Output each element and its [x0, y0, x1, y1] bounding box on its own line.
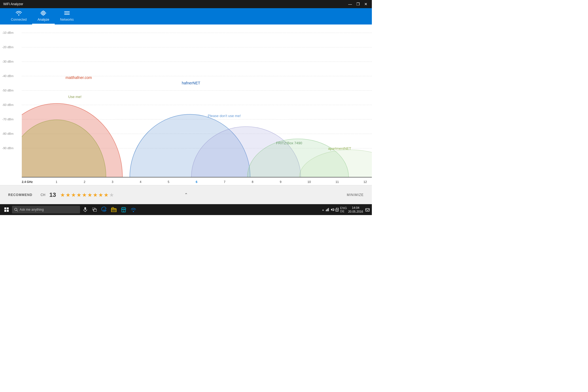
x-ch2: 2	[84, 180, 85, 183]
svg-rect-27	[84, 207, 86, 210]
window-controls: — ❐ ✕	[347, 2, 369, 6]
taskbar: Ask me anything	[0, 204, 372, 215]
star-8: ★	[98, 192, 103, 198]
store-app[interactable]	[119, 205, 128, 214]
recommend-bar: ⌃ RECOMMEND CH 13 ★ ★ ★ ★ ★ ★ ★ ★ ★ ★ MI…	[0, 185, 372, 204]
svg-rect-30	[94, 209, 97, 212]
x-axis: 2.4 GHz 1 2 3 4 5 6 7 8 9 10 11 12 13	[22, 177, 372, 185]
notification-icon[interactable]	[365, 208, 370, 212]
x-ch11: 11	[335, 180, 339, 183]
star-6: ★	[87, 192, 92, 198]
svg-text:matthafner.com: matthafner.com	[66, 75, 92, 80]
network-tray-icon	[326, 208, 329, 212]
chevron-up-icon[interactable]: ⌃	[184, 192, 188, 197]
clock-time: 14:04	[352, 206, 360, 210]
nav-networks[interactable]: Networks	[55, 8, 79, 24]
minimize-button[interactable]: —	[347, 2, 353, 6]
star-4: ★	[76, 192, 81, 198]
star-1: ★	[60, 192, 65, 198]
wifi-icon	[16, 11, 22, 17]
svg-rect-38	[327, 209, 328, 211]
y-label-70: -70 dBm	[2, 118, 14, 121]
svg-rect-39	[328, 208, 329, 211]
svg-text:Use me!: Use me!	[68, 95, 82, 99]
star-10: ★	[109, 192, 114, 198]
chart-area: -10 dBm -20 dBm -30 dBm -40 dBm -50 dBm …	[0, 24, 372, 185]
ch-label: CH	[41, 193, 45, 197]
clock: 14:04 20.05.2016	[348, 206, 363, 214]
svg-rect-23	[4, 210, 6, 212]
nav-networks-label: Networks	[60, 18, 74, 22]
task-view-icon[interactable]	[90, 206, 99, 214]
svg-point-35	[133, 211, 134, 212]
clock-date: 20.05.2016	[348, 210, 363, 213]
star-3: ★	[71, 192, 76, 198]
recommend-label: RECOMMEND	[8, 193, 32, 197]
y-label-50: -50 dBm	[2, 89, 14, 92]
x-ch1: 1	[56, 180, 57, 183]
nav-analyze-label: Analyze	[38, 18, 49, 22]
svg-text:apartmentNET: apartmentNET	[328, 146, 351, 151]
edge-app[interactable]	[100, 205, 108, 214]
explorer-app[interactable]	[109, 205, 118, 214]
y-label-90: -90 dBm	[2, 146, 14, 150]
wifi-analyzer-app[interactable]	[129, 205, 138, 214]
y-label-60: -60 dBm	[2, 103, 14, 106]
star-rating: ★ ★ ★ ★ ★ ★ ★ ★ ★ ★	[60, 192, 114, 198]
svg-point-0	[41, 11, 45, 15]
freq-label: 2.4 GHz	[22, 180, 33, 183]
power-icon	[335, 208, 339, 212]
network-chart-svg: matthafner.com Use me! hafnerNET Please …	[22, 24, 372, 177]
star-2: ★	[66, 192, 71, 198]
search-placeholder: Ask me anything	[20, 208, 44, 212]
x-ch5: 5	[168, 180, 169, 183]
y-label-30: -30 dBm	[2, 60, 14, 63]
svg-text:FRITZ!Box 7490: FRITZ!Box 7490	[276, 141, 302, 145]
x-ch7: 7	[224, 180, 225, 183]
nav-connected-label: Connected	[11, 18, 27, 22]
svg-rect-22	[7, 207, 9, 209]
svg-text:hafnerNET: hafnerNET	[182, 81, 200, 85]
svg-rect-36	[326, 210, 326, 211]
y-label-20: -20 dBm	[2, 45, 14, 49]
svg-rect-34	[123, 210, 124, 212]
search-box[interactable]: Ask me anything	[12, 206, 80, 213]
svg-rect-32	[111, 209, 116, 212]
x-ch10: 10	[308, 180, 311, 183]
system-tray: ▲ ENGDE 14:04 20.05.2016	[322, 206, 370, 214]
star-7: ★	[93, 192, 98, 198]
nav-connected[interactable]: Connected	[5, 8, 32, 24]
nav-bar: Connected Analyze Networks	[0, 8, 372, 24]
close-button[interactable]: ✕	[363, 2, 369, 6]
svg-rect-24	[7, 210, 9, 212]
x-ch9: 9	[280, 180, 281, 183]
svg-text:Please don't use me!: Please don't use me!	[208, 114, 241, 118]
svg-rect-21	[4, 207, 6, 209]
start-button[interactable]	[2, 205, 11, 214]
x-ch4: 4	[140, 180, 141, 183]
x-ch3: 3	[112, 180, 113, 183]
y-label-10: -10 dBm	[2, 31, 14, 34]
microphone-icon[interactable]	[81, 206, 89, 214]
show-hidden-icons[interactable]: ▲	[322, 208, 324, 211]
star-5: ★	[82, 192, 87, 198]
nav-analyze[interactable]: Analyze	[32, 8, 55, 24]
x-ch12: 12	[363, 180, 367, 183]
language-indicator: ENGDE	[340, 206, 347, 213]
svg-rect-42	[366, 209, 369, 211]
minimize-button[interactable]: MINIMIZE	[347, 193, 364, 197]
y-label-40: -40 dBm	[2, 74, 14, 78]
channel-number: 13	[49, 191, 56, 198]
svg-point-41	[336, 210, 337, 211]
svg-point-1	[42, 12, 44, 14]
app-title: WiFi Analyzer	[3, 2, 23, 6]
y-label-80: -80 dBm	[2, 132, 14, 135]
x-ch6: 6	[196, 180, 197, 183]
svg-rect-37	[327, 209, 327, 211]
x-ch8: 8	[252, 180, 253, 183]
networks-icon	[64, 11, 70, 17]
maximize-button[interactable]: ❐	[355, 2, 361, 6]
star-9: ★	[104, 192, 109, 198]
volume-icon	[330, 208, 334, 212]
svg-line-26	[17, 210, 18, 212]
